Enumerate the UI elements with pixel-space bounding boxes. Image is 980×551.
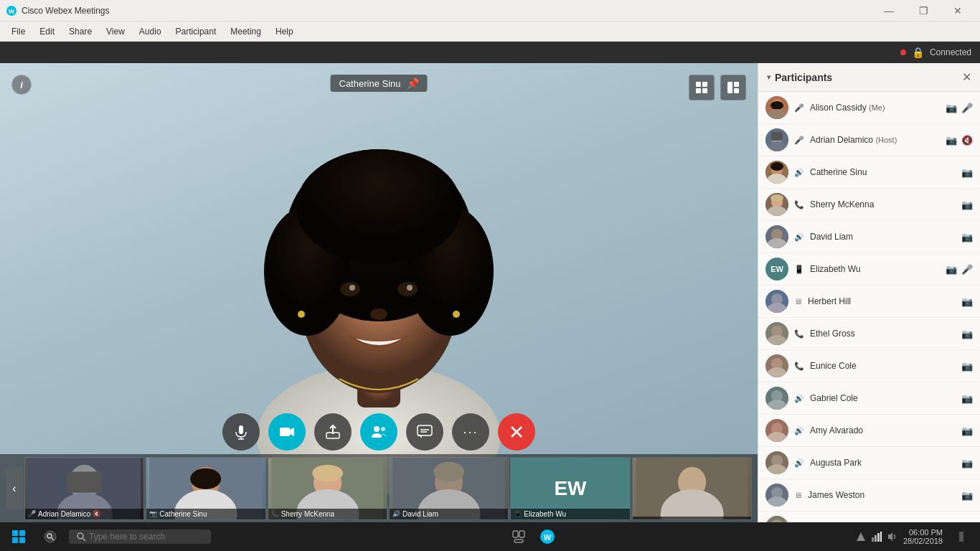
svg-text:W: W (9, 8, 15, 15)
task-view-icon (512, 530, 525, 543)
video-area: i Catherine Sinu 📌 (0, 63, 758, 522)
thumbnail-sherry[interactable]: 📞 Sherry McKenna (268, 457, 387, 520)
avatar-amy (765, 419, 788, 442)
participant-david[interactable]: 🔊 David Liam 📷 (758, 221, 980, 253)
participant-herbert[interactable]: 🖥 Herbert Hill 📷 (758, 286, 980, 318)
menu-view[interactable]: View (100, 25, 131, 38)
webex-taskbar-button[interactable]: W (534, 524, 560, 550)
menu-share[interactable]: Share (63, 25, 98, 38)
menu-bar: File Edit Share View Audio Participant M… (0, 22, 980, 42)
participant-alison[interactable]: 🎤 Alison Cassidy (Me) 📷 🎤 (758, 92, 980, 124)
split-icon (727, 81, 740, 94)
p-controls-amy: 📷 (961, 425, 973, 436)
avatar-patrick (765, 516, 788, 522)
participant-ethel[interactable]: 📞 Ethel Gross 📷 (758, 318, 980, 350)
taskbar-search-bar[interactable] (69, 529, 211, 544)
p-mic-muted-icon-adrian: 🔇 (961, 135, 973, 146)
show-desktop-button[interactable] (948, 524, 974, 550)
menu-participant[interactable]: Participant (170, 25, 222, 38)
minimize-button[interactable]: — (872, 0, 905, 22)
svg-point-31 (381, 427, 385, 431)
thumbnail-david[interactable]: 🔊 David Liam (389, 457, 509, 520)
participant-catherine[interactable]: 🔊 Catherine Sinu 📷 (758, 156, 980, 189)
svg-rect-20 (727, 82, 732, 93)
p-mic-icon-alison: 🎤 (961, 103, 973, 113)
thumb-name-catherine: Catherine Sinu (159, 510, 207, 518)
thumb-nav-prev[interactable]: ‹ (6, 467, 23, 510)
panel-close-button[interactable]: ✕ (962, 70, 971, 84)
chat-button[interactable] (406, 413, 443, 451)
taskview-button[interactable] (506, 524, 532, 550)
p-phone-status-sherry: 📞 (794, 200, 804, 209)
video-button[interactable] (268, 413, 306, 451)
thumb-label-david: 🔊 David Liam (390, 509, 508, 519)
avatar-sherry (765, 193, 788, 216)
end-call-button[interactable] (498, 413, 535, 451)
more-button[interactable]: ··· (452, 413, 489, 451)
p-video-icon-sherry: 📷 (961, 199, 973, 210)
svg-rect-122 (877, 533, 880, 542)
thumbnail-catherine[interactable]: 📷 Catherine Sinu (146, 457, 265, 520)
p-name-alison: Alison Cassidy (Me) (810, 103, 940, 113)
speaker-name: Catherine Sinu (339, 78, 401, 89)
participant-james[interactable]: 🖥 James Weston 📷 (758, 479, 980, 512)
participant-eunice[interactable]: 📞 Eunice Cole 📷 (758, 350, 980, 382)
thumb-name-elizabeth: Elizabeth Wu (524, 510, 566, 518)
share-button[interactable] (314, 413, 352, 451)
participant-patrick[interactable]: 🔊 Patrick Cooper 📷 🎤 (758, 512, 980, 522)
p-controls-eunice: 📷 (961, 361, 973, 372)
menu-file[interactable]: File (6, 25, 31, 38)
date: 28/02/2018 (903, 537, 943, 545)
participants-button[interactable] (360, 413, 397, 451)
panel-header: ▾ Participants ✕ (758, 63, 980, 92)
thumbnail-elizabeth[interactable]: EW 📱 Elizabeth Wu (510, 457, 630, 520)
mute-button[interactable] (222, 413, 260, 451)
svg-point-47 (312, 464, 343, 481)
p-controls-david: 📷 (961, 232, 973, 242)
participant-sherry[interactable]: 📞 Sherry McKenna 📷 (758, 189, 980, 221)
close-button[interactable]: ✕ (941, 0, 974, 22)
menu-meeting[interactable]: Meeting (225, 25, 267, 38)
svg-rect-120 (872, 537, 874, 542)
svg-point-12 (407, 285, 413, 291)
p-controls-ethel: 📷 (961, 329, 973, 339)
avatar-img-catherine (765, 161, 788, 184)
p-mic-muted-icon-elizabeth: 🎤 (961, 264, 973, 275)
start-button[interactable] (6, 524, 32, 550)
grid-layout-button[interactable] (689, 75, 715, 100)
split-layout-button[interactable] (720, 75, 746, 100)
p-controls-gabriel: 📷 (961, 393, 973, 404)
clock: 06:00 PM (903, 528, 943, 537)
taskbar-left (6, 524, 211, 550)
thumbnail-other[interactable] (632, 457, 752, 520)
avatar-img-adrian (765, 128, 788, 151)
participants-panel: ▾ Participants ✕ 🎤 Alison Cassidy (Me) (758, 63, 980, 522)
p-video-icon-david: 📷 (961, 232, 973, 242)
svg-rect-108 (19, 537, 25, 543)
avatar-img-eunice (765, 354, 788, 377)
svg-rect-18 (696, 88, 701, 93)
participant-adrian[interactable]: 🎤 Adrian Delamico (Host) 📷 🔇 (758, 124, 980, 156)
participant-amy[interactable]: 🔊 Amy Alvarado 📷 (758, 415, 980, 447)
pin-icon[interactable]: 📌 (407, 77, 419, 89)
avatar-adrian (765, 128, 788, 151)
svg-point-14 (298, 311, 305, 318)
taskbar-search-input[interactable] (89, 532, 204, 542)
menu-edit[interactable]: Edit (34, 25, 60, 38)
p-video-off-icon-elizabeth: 📷 (946, 264, 957, 275)
participant-augusta[interactable]: 🔊 Augusta Park 📷 (758, 447, 980, 479)
info-button[interactable]: i (11, 75, 32, 95)
menu-audio[interactable]: Audio (133, 25, 167, 38)
p-name-augusta: Augusta Park (810, 458, 956, 468)
thumbnail-adrian[interactable]: 🎤 Adrian Delamico 🔇 (24, 457, 144, 520)
p-phone-status-elizabeth: 📱 (794, 265, 804, 274)
menu-help[interactable]: Help (270, 25, 299, 38)
search-icon-taskbar[interactable] (37, 524, 63, 550)
avatar-img-james (765, 484, 788, 507)
lock-icon: 🔒 (912, 47, 924, 58)
p-name-sherry: Sherry McKenna (810, 199, 956, 209)
participant-gabriel[interactable]: 🔊 Gabriel Cole 📷 (758, 382, 980, 415)
maximize-button[interactable]: ❐ (907, 0, 940, 22)
panel-title-text: Participants (775, 72, 832, 83)
participant-elizabeth[interactable]: EW 📱 Elizabeth Wu 📷 🎤 (758, 253, 980, 286)
